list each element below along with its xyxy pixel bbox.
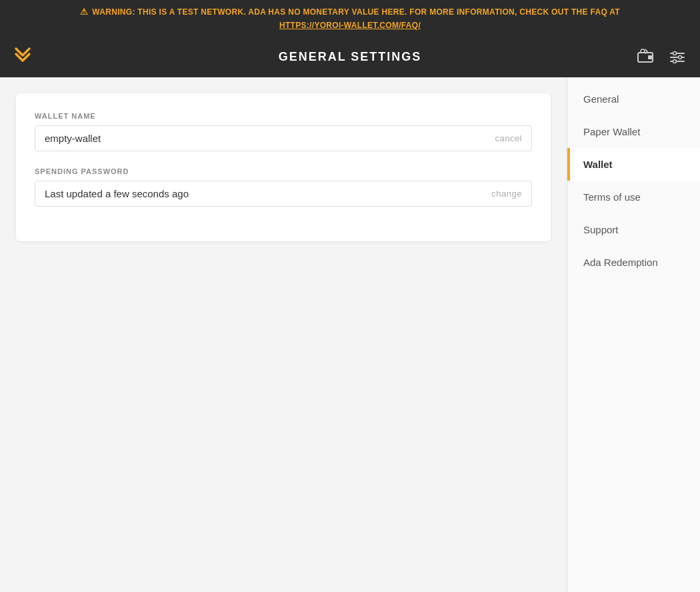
header: GENERAL SETTINGS xyxy=(0,37,700,77)
sidebar-item-wallet[interactable]: Wallet xyxy=(567,148,700,181)
spending-password-value: Last updated a few seconds ago xyxy=(45,188,491,199)
sidebar-item-terms-of-use[interactable]: Terms of use xyxy=(567,181,700,213)
content-area: WALLET NAME cancel SPENDING PASSWORD Las… xyxy=(0,77,567,592)
warning-link[interactable]: HTTPS://YOROI-WALLET.COM/FAQ/ xyxy=(11,19,689,32)
spending-password-label: SPENDING PASSWORD xyxy=(35,167,532,175)
page-title: GENERAL SETTINGS xyxy=(279,50,422,64)
svg-point-7 xyxy=(673,59,677,63)
spending-password-input-row: Last updated a few seconds ago change xyxy=(35,181,532,207)
wallet-transfer-button[interactable] xyxy=(633,45,657,69)
settings-button[interactable] xyxy=(665,45,689,69)
wallet-name-input-row: cancel xyxy=(35,125,532,151)
logo-icon xyxy=(11,43,35,71)
svg-rect-1 xyxy=(648,55,652,59)
settings-card: WALLET NAME cancel SPENDING PASSWORD Las… xyxy=(16,93,551,241)
header-actions xyxy=(633,45,689,69)
sidebar: General Paper Wallet Wallet Terms of use… xyxy=(567,77,700,592)
wallet-name-group: WALLET NAME cancel xyxy=(35,112,532,151)
wallet-name-input[interactable] xyxy=(45,133,495,144)
logo xyxy=(11,43,35,71)
sidebar-item-ada-redemption[interactable]: Ada Redemption xyxy=(567,246,700,279)
spending-password-group: SPENDING PASSWORD Last updated a few sec… xyxy=(35,167,532,207)
warning-banner: ⚠WARNING: THIS IS A TEST NETWORK. ADA HA… xyxy=(0,0,700,37)
wallet-name-label: WALLET NAME xyxy=(35,112,532,120)
main-layout: WALLET NAME cancel SPENDING PASSWORD Las… xyxy=(0,77,700,592)
svg-point-6 xyxy=(679,55,682,59)
warning-icon: ⚠ xyxy=(80,7,88,17)
sidebar-item-paper-wallet[interactable]: Paper Wallet xyxy=(567,115,700,148)
change-button[interactable]: change xyxy=(491,189,522,199)
svg-point-5 xyxy=(673,51,677,55)
cancel-button[interactable]: cancel xyxy=(495,133,522,143)
warning-text-line1: WARNING: THIS IS A TEST NETWORK. ADA HAS… xyxy=(92,7,620,17)
sidebar-item-support[interactable]: Support xyxy=(567,213,700,246)
sidebar-item-general[interactable]: General xyxy=(567,83,700,115)
